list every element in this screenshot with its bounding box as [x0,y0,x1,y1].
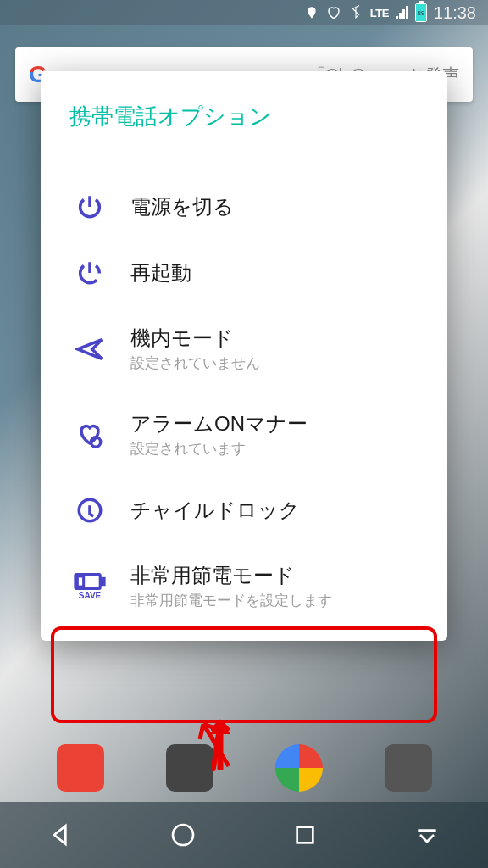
power-icon [69,192,110,221]
status-bar: LTE 89 11:38 [0,0,488,25]
heart-clock-icon [69,420,110,449]
signal-icon [396,6,408,19]
app-dock [0,734,488,802]
home-button[interactable] [166,818,200,852]
airplane-icon [69,335,110,364]
dock-app[interactable] [57,744,104,792]
annotation-highlight [51,626,437,723]
option-child-lock[interactable]: チャイルドロック [64,477,424,543]
dialog-title: 携帯電話オプション [64,102,424,131]
battery-save-icon: SAVE [69,572,110,600]
dock-app[interactable] [275,744,323,792]
option-airplane-mode[interactable]: 機内モード 設定されていません [64,306,424,392]
option-label: 非常用節電モード [130,562,419,589]
dock-app[interactable] [385,744,432,792]
back-button[interactable] [44,818,78,852]
svg-rect-5 [101,578,104,584]
svg-marker-7 [210,721,230,734]
svg-rect-1 [297,827,313,843]
save-text: SAVE [79,591,102,600]
bluetooth-icon [348,5,363,20]
option-power-off[interactable]: 電源を切る [64,174,424,240]
network-type: LTE [370,7,389,19]
option-alarm-silent[interactable]: アラームONマナー 設定されています [64,392,424,477]
dock-app[interactable] [166,744,214,792]
dropdown-button[interactable] [410,818,444,852]
recents-button[interactable] [288,818,322,852]
navigation-bar [0,802,488,868]
battery-icon: 89 [415,3,427,22]
status-clock: 11:38 [434,3,476,23]
heart-icon [326,5,341,20]
restart-icon [69,259,110,287]
option-subtitle: 設定されていません [130,353,419,373]
option-label: 電源を切る [130,193,419,220]
svg-rect-6 [77,576,83,587]
svg-point-2 [91,437,100,446]
option-label: チャイルドロック [130,497,419,524]
option-label: アラームONマナー [130,410,419,437]
option-label: 再起動 [130,259,419,287]
battery-level: 89 [416,4,426,21]
phone-options-dialog: 携帯電話オプション 電源を切る 再起動 機内モード 設定されていません アラーム… [41,71,447,641]
option-label: 機内モード [130,325,419,352]
location-icon [304,5,319,20]
option-emergency-power-save[interactable]: SAVE 非常用節電モード 非常用節電モードを設定します [64,543,424,629]
option-subtitle: 非常用節電モードを設定します [130,591,419,610]
svg-point-0 [173,825,193,845]
touch-lock-icon [69,496,110,525]
option-subtitle: 設定されています [130,439,419,459]
option-restart[interactable]: 再起動 [64,240,424,306]
